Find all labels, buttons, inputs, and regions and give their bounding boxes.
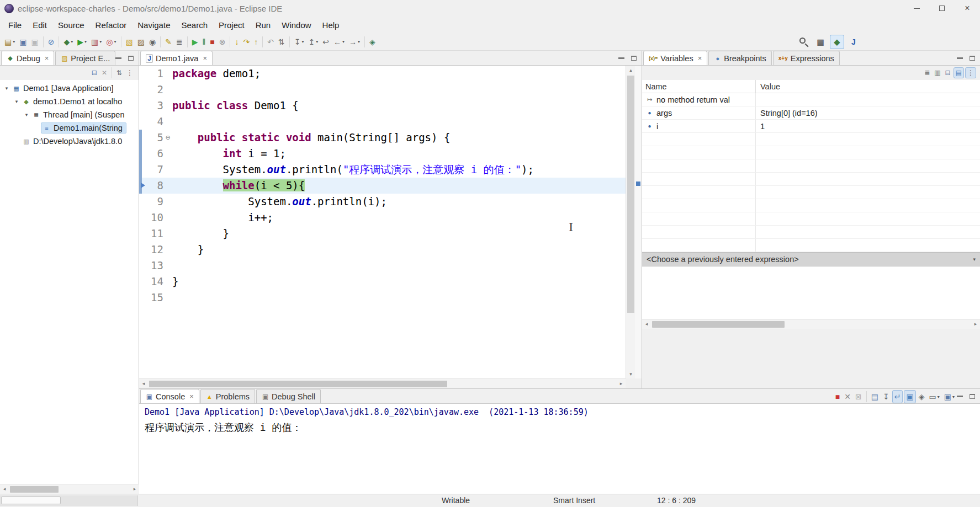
tab-problems[interactable]: ▲Problems [200, 389, 255, 403]
menu-search[interactable]: Search [176, 18, 213, 32]
current-line-marker[interactable] [636, 182, 640, 186]
menu-edit[interactable]: Edit [27, 18, 52, 32]
tree-item[interactable]: ▾▦Demo1 [Java Application] [0, 82, 139, 95]
show-logical-structures-icon[interactable]: ▥ [933, 67, 942, 78]
new-java-project-icon[interactable]: ▧ [124, 35, 135, 49]
tab-debug-shell[interactable]: ▣Debug Shell [256, 389, 321, 403]
scroll-thumb[interactable] [10, 486, 59, 493]
maximize-window-button[interactable] [929, 0, 955, 17]
maximize-editor-button[interactable] [631, 56, 637, 61]
maximize-panel-button[interactable] [128, 56, 134, 61]
word-wrap-icon[interactable]: ↵ [892, 390, 903, 403]
code-line[interactable]: 4 [139, 114, 626, 130]
scroll-lock-icon[interactable]: ↧ [881, 390, 891, 403]
pin-console-icon[interactable]: ◈ [917, 390, 926, 403]
tab-project-e[interactable]: ▨Project E... [55, 51, 115, 65]
search-icon[interactable] [799, 38, 809, 47]
code-line[interactable]: 8 while(i < 5){ [139, 178, 626, 194]
tab-debug[interactable]: ◆Debug× [1, 51, 54, 65]
show-console-on-output-icon[interactable]: ▣ [904, 390, 915, 403]
tab-expressions[interactable]: x+yExpressions [773, 51, 840, 65]
step-over-icon[interactable]: ↷ [241, 35, 251, 49]
use-step-filters-icon[interactable]: ⇅ [277, 35, 287, 49]
menu-navigate[interactable]: Navigate [132, 18, 176, 32]
minimize-panel-button[interactable] [957, 57, 963, 59]
scroll-up-icon[interactable]: ▴ [626, 66, 635, 74]
variables-row[interactable]: ●i1 [642, 120, 980, 133]
column-header-value[interactable]: Value [756, 80, 980, 93]
code-line[interactable]: 9 System.out.println(i); [139, 194, 626, 210]
fold-collapse-icon[interactable]: ⊖ [163, 130, 172, 146]
scroll-right-icon[interactable]: ▸ [971, 319, 980, 329]
step-into-icon[interactable]: ↓ [233, 35, 240, 49]
java-perspective-button[interactable]: J [846, 35, 861, 49]
tree-item[interactable]: ▾≣Thread [main] (Suspen [0, 108, 139, 121]
expander-icon[interactable]: ▾ [12, 99, 21, 104]
scroll-thumb[interactable] [1, 497, 61, 504]
menu-source[interactable]: Source [52, 18, 90, 32]
terminate-icon[interactable]: ■ [208, 35, 216, 49]
toggle-mark-occurrences-icon[interactable]: ✎ [163, 35, 173, 49]
open-type-icon[interactable]: ▨ [136, 35, 146, 49]
variables-row[interactable]: ↦no method return val [642, 93, 980, 106]
debug-perspective-button[interactable]: ◆ [830, 35, 844, 49]
expander-icon[interactable]: ▾ [22, 112, 31, 118]
save-icon[interactable]: ▣ [18, 35, 28, 49]
statusbar-scrollbar[interactable] [0, 495, 138, 506]
view-menu-icon[interactable]: ⋮ [125, 67, 135, 78]
step-return-icon[interactable]: ↑ [252, 35, 259, 49]
variables-row[interactable]: ●argsString[0] (id=16) [642, 106, 980, 120]
expander-icon[interactable]: ▾ [2, 86, 11, 91]
code-editor[interactable]: 1package demo1;23public class Demo1 {45⊖… [139, 66, 626, 378]
console-output-area[interactable]: Demo1 [Java Application] D:\Develop\Java… [139, 404, 980, 494]
run-external-tools-icon[interactable]: ◎▾ [104, 35, 118, 49]
code-line[interactable]: 12 } [139, 242, 626, 258]
open-perspective-button[interactable]: ▦ [813, 35, 828, 49]
remove-all-launches-icon[interactable]: ⊠ [854, 390, 864, 403]
last-edit-location-icon[interactable]: ↩ [321, 35, 331, 49]
search-icon[interactable]: ◉ [147, 35, 157, 49]
menu-window[interactable]: Window [276, 18, 316, 32]
close-tab-icon[interactable]: × [698, 54, 702, 62]
code-line[interactable]: 10 i++; [139, 210, 626, 226]
close-tab-icon[interactable]: × [203, 54, 207, 62]
display-selected-console-icon[interactable]: ▭▾ [928, 390, 941, 403]
menu-run[interactable]: Run [250, 18, 277, 32]
code-line[interactable]: 3public class Demo1 { [139, 98, 626, 114]
next-annotation-icon[interactable]: ↧▾ [293, 35, 306, 49]
tree-item[interactable]: ▾◆demo1.Demo1 at localho [0, 95, 139, 108]
code-line[interactable]: 11 } [139, 226, 626, 242]
variables-horizontal-scrollbar[interactable]: ◂ ▸ [642, 319, 980, 329]
open-console-icon[interactable]: ▣▾ [942, 390, 956, 403]
debug-icon[interactable]: ◆▾ [62, 35, 75, 49]
code-line[interactable]: 13 [139, 258, 626, 274]
show-type-names-icon[interactable]: ≣ [923, 67, 931, 78]
collapse-all-icon[interactable]: ⊟ [944, 67, 952, 78]
scroll-left-icon[interactable]: ◂ [139, 379, 148, 388]
remove-all-terminated-icon[interactable]: ✕ [100, 67, 109, 78]
watch-expressions-icon[interactable]: ▤ [953, 67, 964, 78]
run-icon[interactable]: ▶▾ [76, 35, 88, 49]
code-line[interactable]: 2 [139, 82, 626, 98]
detail-pane[interactable] [642, 266, 980, 319]
scroll-thumb[interactable] [149, 381, 447, 387]
scroll-right-icon[interactable]: ▸ [130, 484, 139, 494]
editor-horizontal-scrollbar[interactable]: ◂ ▸ [139, 378, 626, 388]
clear-console-icon[interactable]: ▤ [870, 390, 880, 403]
overview-ruler[interactable] [635, 66, 642, 378]
scroll-right-icon[interactable]: ▸ [617, 379, 626, 388]
debug-filters-icon[interactable]: ⇅ [115, 67, 124, 78]
forward-icon[interactable]: →▾ [347, 35, 362, 49]
editor-vertical-scrollbar[interactable]: ▴ ▾ [626, 66, 635, 378]
tab-demo1-java[interactable]: J Demo1.java × [140, 51, 213, 65]
drop-to-frame-icon[interactable]: ↶ [266, 35, 276, 49]
expression-combo[interactable]: <Choose a previously entered expression>… [642, 252, 980, 266]
code-line[interactable]: 15 [139, 290, 626, 306]
scroll-thumb[interactable] [627, 76, 634, 313]
debug-horizontal-scrollbar[interactable]: ◂ ▸ [0, 484, 139, 494]
save-all-icon[interactable]: ▣ [29, 35, 40, 49]
scroll-left-icon[interactable]: ◂ [0, 484, 9, 494]
skip-all-breakpoints-icon[interactable]: ⊘ [46, 35, 56, 49]
tab-breakpoints[interactable]: ●Breakpoints [708, 51, 772, 65]
back-icon[interactable]: ←▾ [332, 35, 346, 49]
